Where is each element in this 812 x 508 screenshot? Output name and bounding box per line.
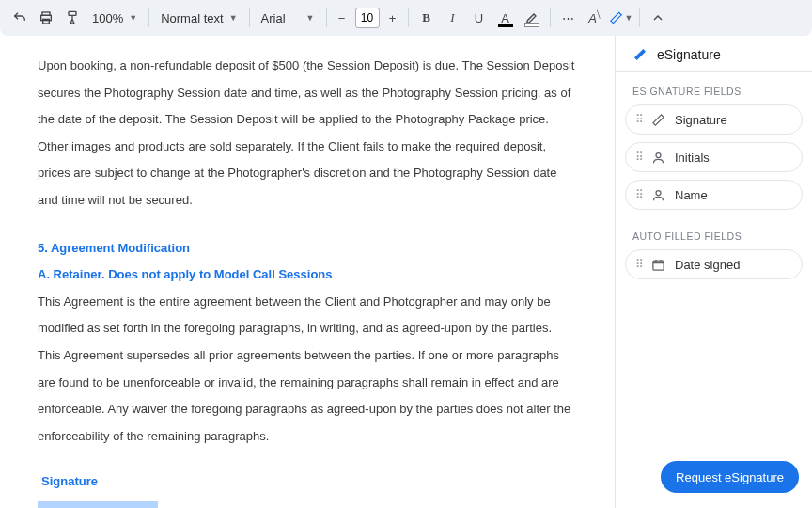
clear-format-button[interactable]: A⧹ [583, 6, 607, 30]
section-label-autofill: AUTO FILLED FIELDS [616, 217, 812, 249]
font-select[interactable]: Arial▼ [256, 9, 320, 27]
italic-button[interactable]: I [441, 6, 465, 30]
section-heading: 5. Agreement Modification [38, 235, 577, 262]
paragraph: Upon booking, a non-refundable deposit o… [38, 53, 577, 214]
separator [249, 8, 250, 27]
bold-button[interactable]: B [414, 6, 439, 30]
svg-point-5 [656, 190, 661, 195]
fontsize-input[interactable] [355, 8, 380, 28]
collapse-toolbar-button[interactable] [646, 6, 670, 30]
separator [148, 8, 149, 27]
style-value: Normal text [161, 11, 223, 25]
drag-handle-icon: ⠿ [635, 189, 642, 200]
separator [639, 8, 640, 27]
drag-handle-icon: ⠿ [635, 114, 642, 125]
underline-button[interactable]: U [467, 6, 492, 30]
field-label: Date signed [675, 258, 740, 272]
decrease-fontsize-button[interactable]: − [333, 6, 351, 30]
signature-icon [632, 47, 648, 62]
undo-button[interactable] [8, 6, 32, 30]
calendar-icon [651, 258, 665, 272]
font-value: Arial [261, 11, 286, 25]
zoom-select[interactable]: 100%▼ [86, 9, 143, 27]
chevron-down-icon: ▼ [129, 13, 137, 23]
separator [550, 8, 551, 27]
separator [326, 8, 327, 27]
drag-handle-icon: ⠿ [635, 151, 642, 163]
person-outline-icon [651, 188, 665, 202]
drag-handle-icon: ⠿ [635, 259, 642, 270]
field-label: Initials [675, 151, 710, 165]
style-select[interactable]: Normal text▼ [155, 9, 242, 27]
field-name[interactable]: ⠿ Name [625, 180, 803, 210]
edit-mode-button[interactable]: ▼ [609, 6, 633, 30]
text-color-button[interactable]: A [493, 6, 518, 30]
paint-format-button[interactable] [60, 6, 85, 30]
sidebar-title: eSignature [657, 47, 721, 62]
chevron-down-icon: ▼ [625, 13, 633, 23]
document-area[interactable]: Upon booking, a non-refundable deposit o… [0, 36, 615, 508]
person-icon [651, 151, 665, 165]
request-esignature-button[interactable]: Request eSignature [661, 461, 799, 493]
sidebar-header: eSignature [616, 36, 812, 72]
highlight-button[interactable] [520, 6, 544, 30]
esignature-sidebar: eSignature ESIGNATURE FIELDS ⠿ Signature… [615, 36, 812, 508]
section-label-fields: ESIGNATURE FIELDS [616, 72, 812, 104]
svg-point-4 [656, 152, 661, 157]
chevron-down-icon: ▼ [306, 13, 315, 23]
more-button[interactable]: ⋯ [556, 6, 581, 30]
chevron-down-icon: ▼ [229, 13, 238, 23]
section-subheading: A. Retainer. Does not apply to Model Cal… [38, 262, 577, 289]
signature-field-placeholder[interactable] [38, 501, 158, 508]
increase-fontsize-button[interactable]: + [383, 6, 402, 30]
field-initials[interactable]: ⠿ Initials [625, 142, 803, 172]
zoom-value: 100% [92, 11, 123, 25]
signature-label: Signature [41, 468, 577, 496]
separator [408, 8, 409, 27]
pen-icon [651, 113, 665, 127]
svg-rect-3 [69, 11, 76, 15]
field-date-signed[interactable]: ⠿ Date signed [625, 249, 803, 279]
svg-rect-6 [653, 261, 664, 270]
deposit-amount: $500 [272, 58, 299, 72]
paragraph: This Agreement is the entire agreement b… [38, 289, 577, 451]
field-label: Signature [675, 113, 727, 127]
field-signature[interactable]: ⠿ Signature [625, 104, 803, 135]
toolbar: 100%▼ Normal text▼ Arial▼ − + B I U A ⋯ … [0, 0, 812, 36]
field-label: Name [675, 188, 708, 202]
print-button[interactable] [34, 6, 58, 30]
